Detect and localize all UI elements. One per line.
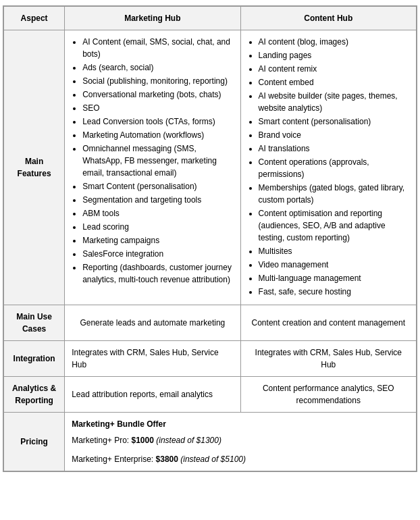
pricing-pro-price: $1000 — [132, 436, 154, 445]
content-features-cell: AI content (blog, images) Landing pages … — [240, 30, 416, 305]
list-item: Video management — [259, 259, 409, 271]
list-item: Multi-language management — [259, 272, 409, 284]
table-row-analytics: Analytics & Reporting Lead attribution r… — [4, 377, 417, 413]
list-item: AI translations — [259, 142, 409, 155]
pricing-enterprise-price: $3800 — [156, 454, 178, 464]
list-item: Marketing Automation (workflows) — [82, 129, 233, 141]
list-item: Content operations (approvals, permissio… — [259, 156, 409, 180]
marketing-use-cases-cell: Generate leads and automate marketing — [65, 305, 240, 341]
list-item: Brand voice — [259, 129, 409, 141]
header-marketing-hub: Marketing Hub — [65, 7, 240, 30]
pricing-enterprise-note: (instead of $5100) — [178, 454, 246, 464]
list-item: Omnichannel messaging (SMS, WhatsApp, FB… — [82, 142, 233, 179]
marketing-features-cell: AI Content (email, SMS, social, chat, an… — [65, 30, 240, 305]
list-item: AI Content (email, SMS, social, chat, an… — [82, 36, 233, 60]
pricing-title: Marketing+ Bundle Offer — [72, 419, 166, 429]
list-item: SEO — [82, 102, 233, 114]
list-item: Multisites — [259, 245, 409, 257]
table-row-integration: Integration Integrates with CRM, Sales H… — [4, 341, 417, 377]
aspect-main-features: MainFeatures — [4, 30, 65, 305]
header-aspect: Aspect — [4, 7, 65, 30]
content-integration-cell: Integrates with CRM, Sales Hub, Service … — [240, 341, 416, 377]
list-item: AI website builder (site pages, themes, … — [259, 90, 409, 114]
list-item: Conversational marketing (bots, chats) — [82, 88, 233, 101]
pricing-enterprise: Marketing+ Enterprise: $3800 (instead of… — [72, 453, 409, 465]
list-item: SalesForce integration — [82, 248, 233, 260]
marketing-analytics-cell: Lead attribution reports, email analytic… — [65, 377, 240, 413]
list-item: Smart Content (personalisation) — [82, 180, 233, 192]
pricing-pro-label: Marketing+ Pro: — [72, 436, 131, 445]
aspect-integration: Integration — [4, 341, 65, 377]
list-item: Reporting (dashboards, customer journey … — [82, 261, 233, 286]
list-item: Lead Conversion tools (CTAs, forms) — [82, 115, 233, 128]
table-row-pricing: Pricing Marketing+ Bundle Offer Marketin… — [4, 413, 417, 471]
pricing-pro-note: (instead of $1300) — [154, 436, 221, 445]
content-use-cases-cell: Content creation and content management — [240, 305, 416, 341]
list-item: Ads (search, social) — [82, 61, 233, 74]
list-item: Landing pages — [259, 49, 409, 61]
aspect-analytics: Analytics & Reporting — [4, 377, 65, 413]
pricing-cell: Marketing+ Bundle Offer Marketing+ Pro: … — [65, 413, 417, 471]
list-item: Content embed — [259, 76, 409, 88]
table-row-main-features: MainFeatures AI Content (email, SMS, soc… — [4, 30, 417, 305]
list-item: Segmentation and targeting tools — [82, 194, 233, 206]
list-item: Content optimisation and reporting (audi… — [259, 207, 409, 244]
list-item: Marketing campaigns — [82, 234, 233, 246]
list-item: Memberships (gated blogs, gated library,… — [259, 182, 409, 206]
list-item: AI content (blog, images) — [259, 36, 409, 48]
content-analytics-cell: Content performance analytics, SEO recom… — [240, 377, 416, 413]
pricing-enterprise-label: Marketing+ Enterprise: — [72, 454, 155, 464]
list-item: Social (publishing, monitoring, reportin… — [82, 75, 233, 87]
list-item: Smart content (personalisation) — [259, 115, 409, 128]
list-item: ABM tools — [82, 207, 233, 219]
content-features-list: AI content (blog, images) Landing pages … — [248, 36, 409, 298]
list-item: Fast, safe, secure hosting — [259, 286, 409, 298]
list-item: AI content remix — [259, 63, 409, 75]
marketing-features-list: AI Content (email, SMS, social, chat, an… — [72, 36, 233, 286]
list-item: Lead scoring — [82, 221, 233, 233]
header-content-hub: Content Hub — [240, 7, 416, 30]
aspect-pricing: Pricing — [4, 413, 65, 471]
marketing-integration-cell: Integrates with CRM, Sales Hub, Service … — [65, 341, 240, 377]
table-row-use-cases: Main Use Cases Generate leads and automa… — [4, 305, 417, 341]
pricing-pro: Marketing+ Pro: $1000 (instead of $1300) — [72, 434, 409, 446]
aspect-use-cases: Main Use Cases — [4, 305, 65, 341]
